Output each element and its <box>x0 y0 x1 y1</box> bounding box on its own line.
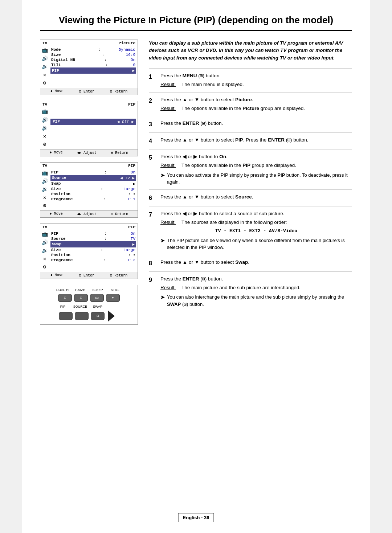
order-text: TV - EXT1 - EXT2 - AV/S-Video <box>160 227 352 235</box>
menu-box-1: TV Picture 📺 🔊 🔉 ✕ ⚙ Mode : <box>40 40 138 95</box>
x-icon4: ✕ <box>43 256 46 263</box>
menu-row: Position : ▪ <box>50 253 136 258</box>
audio-icon3: 🔊 <box>42 178 48 185</box>
menu-row-source: Source ◀ TV ▶ <box>50 175 136 181</box>
intro-text: You can display a sub picture within the… <box>149 40 352 62</box>
menu-row: Tilt : 0 <box>50 62 136 67</box>
x-icon3: ✕ <box>43 194 46 202</box>
menu-row: Programme : P 2 <box>50 258 136 263</box>
menu-content-4: 📺 🔊 🔉 ✕ ⚙ PIP : On Source <box>40 230 138 272</box>
menu-content-1: 📺 🔊 🔉 ✕ ⚙ Mode : Dynamic Size <box>40 46 138 88</box>
menu-row: Digital NR : On <box>50 57 136 62</box>
menu-row: Swap ▶ <box>50 181 136 186</box>
sleep-button[interactable]: E3 <box>90 294 104 302</box>
menu-row-pip: PIP ▶ <box>50 67 136 74</box>
step-7: 7 Press the ◀ or ▶ button to select a so… <box>149 206 352 255</box>
step-5: 5 Press the ◀ or ▶ button to On. Result:… <box>149 149 352 189</box>
steps-list: 1 Press the MENU (⊞) button. Result: The… <box>149 68 352 312</box>
tv-icon4: 📺 <box>42 231 48 238</box>
step-9: 9 Press the ENTER (⊡) button. Result: Th… <box>149 271 352 312</box>
menu-footer-4: ♦ Move ⊡ Enter ⊞ Return <box>40 272 138 279</box>
menu-row: Size : Large <box>50 247 136 253</box>
page-title: Viewing the Picture In Picture (PIP) (de… <box>40 15 352 31</box>
menu-content-3: 📺 🔊 🔉 ✕ ⚙ PIP : On Source <box>40 169 138 210</box>
menu-row: Mode : Dynamic <box>50 47 136 52</box>
speaker-icon4: 🔉 <box>42 247 48 255</box>
x-icon: ✕ <box>43 72 46 79</box>
play-icon <box>108 311 119 321</box>
remote-control: DUAL-HI P.SIZE SLEEP STILL ⊡ ⊡ E3 ▼ PIP … <box>40 285 138 325</box>
step-6: 6 Press the ▲ or ▼ button to select Sour… <box>149 189 352 206</box>
tv-icon3: 📺 <box>42 170 48 177</box>
menu-content-2: 📺 🔊 🔉 ✕ ⚙ PIP ◀ Off ▶ <box>40 108 138 149</box>
speaker-icon: 🔉 <box>42 63 48 71</box>
speaker-icon2: 🔉 <box>42 125 48 132</box>
settings-icon2: ⚙ <box>43 141 46 148</box>
speaker-icon3: 🔉 <box>42 186 48 193</box>
step-2: 2 Press the ▲ or ▼ button to select Pict… <box>149 92 352 116</box>
menu-footer-1: ♦ Move ⊡ Enter ⊞ Return <box>40 88 138 95</box>
audio-icon: 🔊 <box>42 56 48 63</box>
menu-row: PIP : On <box>50 170 136 175</box>
menu-header-4: TV PIP <box>40 224 138 230</box>
step-8: 8 Press the ▲ or ▼ button to select Swap… <box>149 255 352 271</box>
psize-button[interactable]: ⊡ <box>74 294 88 302</box>
step-4: 4 Press the ▲ or ▼ button to select PIP.… <box>149 132 352 149</box>
swap-button[interactable]: ⊡ <box>91 312 105 320</box>
menu-header-3: TV PIP <box>40 163 138 169</box>
menu-header-1: TV Picture <box>40 40 138 46</box>
menu-footer-2: ♦ Move ◀▶ Adjust ⊞ Return <box>40 149 138 156</box>
menu-row: PIP : On <box>50 231 136 236</box>
audio-icon4: 🔊 <box>42 239 48 247</box>
x-icon2: ✕ <box>43 133 46 140</box>
menu-footer-3: ♦ Move ◀▶ Adjust ⊞ Return <box>40 210 138 217</box>
menu-row: Size : 16:9 <box>50 52 136 57</box>
tv-icon: 📺 <box>42 47 48 54</box>
menu-row: Position : ▪ <box>50 192 136 197</box>
page-footer: English - 36 <box>178 513 214 522</box>
menu-box-4: TV PIP 📺 🔊 🔉 ✕ ⚙ PIP : <box>40 224 138 279</box>
settings-icon: ⚙ <box>43 80 46 87</box>
menu-row-swap: Swap ▶ <box>50 241 136 247</box>
audio-icon2: 🔊 <box>42 117 48 124</box>
step-1: 1 Press the MENU (⊞) button. Result: The… <box>149 68 352 92</box>
tv-icon2: 📺 <box>42 108 48 116</box>
left-column: TV Picture 📺 🔊 🔉 ✕ ⚙ Mode : <box>40 40 138 325</box>
settings-icon4: ⚙ <box>43 264 46 271</box>
menu-box-2: TV PIP 📺 🔊 🔉 ✕ ⚙ PIP ◀ Off ▶ <box>40 101 138 156</box>
menu-header-2: TV PIP <box>40 101 138 108</box>
menu-row: Source : TV <box>50 236 136 241</box>
step-3: 3 Press the ENTER (⊡) button. <box>149 116 352 132</box>
menu-row-pip2: PIP ◀ Off ▶ <box>50 119 136 125</box>
menu-box-3: TV PIP 📺 🔊 🔉 ✕ ⚙ PIP : <box>40 162 138 218</box>
source-button[interactable] <box>75 312 89 320</box>
menu-row: Programme : P 1 <box>50 197 136 202</box>
settings-icon3: ⚙ <box>43 202 46 210</box>
menu-row: Size : Large <box>50 186 136 192</box>
dual-hi-button[interactable]: ⊡ <box>58 294 72 302</box>
still-button[interactable]: ▼ <box>106 294 120 302</box>
right-column: You can display a sub picture within the… <box>149 40 352 325</box>
pip-button[interactable] <box>59 312 73 320</box>
